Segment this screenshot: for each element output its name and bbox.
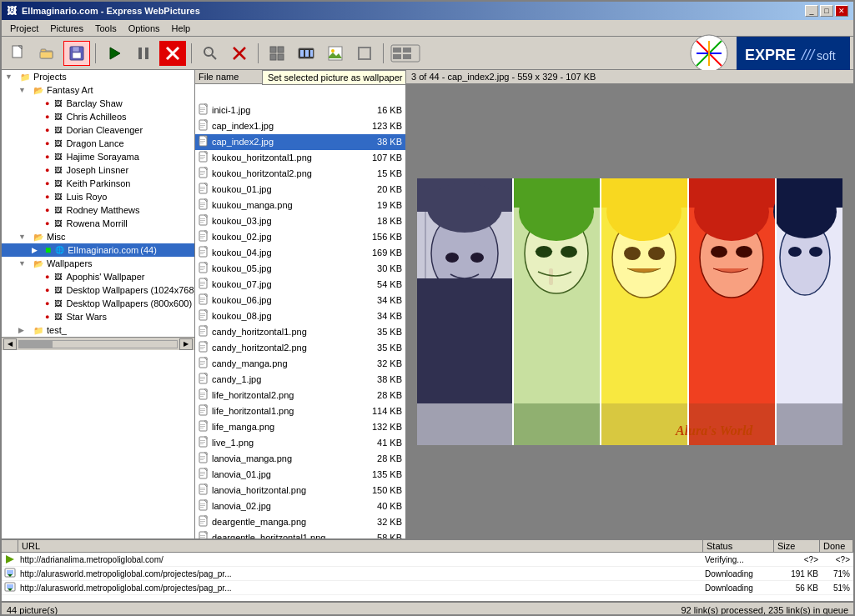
film-button[interactable]: [293, 41, 319, 66]
play-button[interactable]: [101, 41, 128, 66]
tree-root[interactable]: ▼ 📁 Projects: [2, 70, 194, 83]
file-size: 16 KB: [356, 105, 402, 115]
svg-rect-222: [513, 403, 601, 445]
file-row[interactable]: life_horitzontal2.png28 KB: [195, 388, 405, 403]
tree-test[interactable]: ▶ 📁 test_: [2, 323, 194, 337]
file-row[interactable]: lanovia_horitzontal.png150 KB: [195, 483, 405, 498]
file-row[interactable]: live_1.png41 KB: [195, 435, 405, 451]
svg-rect-25: [310, 50, 313, 57]
svg-text:Alura's World: Alura's World: [675, 423, 753, 438]
tree-desktop-1024[interactable]: ● 🖼 Desktop Wallpapers (1024x768): [2, 283, 194, 297]
close-button[interactable]: ✕: [835, 5, 848, 17]
file-row[interactable]: candy_horitzontal2.png35 KB: [195, 340, 405, 356]
tree-apophis[interactable]: ● 🖼 Apophis' Wallpaper: [2, 270, 194, 283]
svg-point-207: [624, 247, 641, 260]
file-row[interactable]: koukou_01.jpg20 KB: [195, 182, 405, 198]
delete-button[interactable]: [226, 41, 253, 66]
tree-wallpapers[interactable]: ▼ 📂 Wallpapers: [2, 257, 194, 270]
menu-tools[interactable]: Tools: [90, 23, 122, 34]
svg-rect-179: [200, 535, 205, 536]
file-row[interactable]: life_manga.png132 KB: [195, 419, 405, 435]
tools-button[interactable]: [389, 41, 422, 66]
scroll-right[interactable]: ▶: [179, 338, 193, 350]
scroll-track: [18, 340, 178, 348]
tree-desktop-800[interactable]: ● 🖼 Desktop Wallpapers (800x600): [2, 297, 194, 310]
file-size: 114 KB: [356, 406, 402, 416]
file-row[interactable]: candy_horitzontal1.png35 KB: [195, 324, 405, 340]
menu-options[interactable]: Options: [123, 23, 165, 34]
file-name: cap_index1.jpg: [212, 121, 356, 131]
preview-panel: 3 of 44 - cap_index2.jpg - 559 x 329 - 1…: [406, 70, 853, 538]
file-row[interactable]: life_horitzontal1.png114 KB: [195, 403, 405, 419]
tree-fantasy-art[interactable]: ▼ 📂 Fantasy Art: [2, 83, 194, 97]
desktop-1024-icon: 🖼: [51, 284, 64, 296]
tree-rodney-matthews[interactable]: ● 🖼 Rodney Matthews: [2, 203, 194, 217]
tree-barclay-shaw[interactable]: ● 🖼 Barclay Shaw: [2, 97, 194, 110]
file-row[interactable]: lanovia_02.jpg40 KB: [195, 498, 405, 514]
file-row[interactable]: kuukou_manga.png19 KB: [195, 198, 405, 213]
browse-button[interactable]: [197, 41, 224, 66]
file-name: life_horitzontal2.png: [212, 390, 356, 400]
pause-button[interactable]: [130, 41, 157, 66]
dl-row-3[interactable]: http://alurasworld.metropoliglobal.com/p…: [2, 581, 853, 595]
file-row[interactable]: koukou_08.jpg34 KB: [195, 308, 405, 324]
tree-joseph-linsner[interactable]: ● 🖼 Joseph Linsner: [2, 163, 194, 177]
open-button[interactable]: [34, 41, 61, 66]
minimize-button[interactable]: _: [805, 5, 818, 17]
tree-elimaginario[interactable]: ▶ ■ 🌐 ElImaginario.com (44): [2, 243, 194, 257]
svg-rect-84: [200, 234, 205, 235]
tree-star-wars[interactable]: ● 🖼 Star Wars: [2, 310, 194, 323]
file-row[interactable]: candy_manga.png32 KB: [195, 356, 405, 372]
svg-rect-95: [200, 268, 205, 268]
file-row[interactable]: lanovia_manga.png28 KB: [195, 451, 405, 467]
tree-dragon-lance[interactable]: ● 🖼 Dragon Lance: [2, 137, 194, 150]
svg-rect-69: [200, 187, 205, 188]
tree-rowena-morrill[interactable]: ● 🖼 Rowena Morrill: [2, 217, 194, 230]
svg-rect-30: [393, 48, 401, 53]
file-row[interactable]: koukou_07.jpg54 KB: [195, 277, 405, 293]
menu-help[interactable]: Help: [167, 23, 196, 34]
file-row[interactable]: koukou_05.jpg30 KB: [195, 261, 405, 277]
file-icon: [199, 341, 212, 354]
file-row[interactable]: inici-1.jpg16 KB: [195, 103, 405, 118]
tree-misc[interactable]: ▼ 📂 Misc: [2, 230, 194, 243]
image-button[interactable]: [322, 41, 349, 66]
file-row[interactable]: koukou_06.jpg34 KB: [195, 293, 405, 308]
square-button[interactable]: [351, 41, 378, 66]
tree-chris-achilleos[interactable]: ● 🖼 Chris Achilleos: [2, 110, 194, 123]
new-button[interactable]: [5, 41, 32, 66]
file-row[interactable]: deargentle_manga.png32 KB: [195, 514, 405, 530]
file-size: 135 KB: [356, 469, 402, 479]
dl-row-2[interactable]: http://alurasworld.metropoliglobal.com/p…: [2, 567, 853, 581]
file-row[interactable]: koukou_03.jpg18 KB: [195, 213, 405, 229]
file-row[interactable]: cap_index1.jpg123 KB: [195, 118, 405, 134]
chris-achilleos-label: Chris Achilleos: [66, 112, 126, 122]
file-row[interactable]: candy_1.jpg38 KB: [195, 372, 405, 388]
file-row[interactable]: koukou_04.jpg169 KB: [195, 245, 405, 261]
file-row[interactable]: lanovia_01.jpg135 KB: [195, 467, 405, 483]
scroll-left[interactable]: ◀: [3, 338, 17, 350]
file-row[interactable]: koukou_horitzontal2.png15 KB: [195, 166, 405, 182]
menu-project[interactable]: Project: [5, 23, 43, 34]
file-name: koukou_03.jpg: [212, 216, 356, 226]
file-row[interactable]: deargentle_horitzontal1.png58 KB: [195, 530, 405, 538]
file-icon: [199, 452, 212, 465]
tree-luis-royo[interactable]: ● 🖼 Luis Royo: [2, 190, 194, 203]
tree-scrollbar[interactable]: ◀ ▶: [2, 337, 194, 350]
file-row[interactable]: koukou_horitzontal1.png107 KB: [195, 150, 405, 166]
save-button[interactable]: [63, 41, 90, 66]
tree-hajime-sorayama[interactable]: ● 🖼 Hajime Sorayama: [2, 150, 194, 163]
maximize-button[interactable]: □: [820, 5, 833, 17]
file-row[interactable]: cap_index2.jpg38 KB: [195, 134, 405, 150]
tree-keith-parkinson[interactable]: ● 🖼 Keith Parkinson: [2, 177, 194, 190]
file-size: 19 KB: [356, 200, 402, 210]
dl-row-1[interactable]: http://adrianalima.metropoliglobal.com/ …: [2, 553, 853, 567]
file-row[interactable]: koukou_02.jpg156 KB: [195, 229, 405, 245]
stop-button[interactable]: [159, 41, 186, 66]
menu-pictures[interactable]: Pictures: [45, 23, 88, 34]
view-grid-button[interactable]: [264, 41, 290, 66]
tree-dorian-cleavenger[interactable]: ● 🖼 Dorian Cleavenger: [2, 123, 194, 137]
person-dot-1: ●: [45, 99, 49, 108]
filename-header[interactable]: File name: [195, 70, 355, 83]
svg-rect-176: [200, 523, 204, 523]
